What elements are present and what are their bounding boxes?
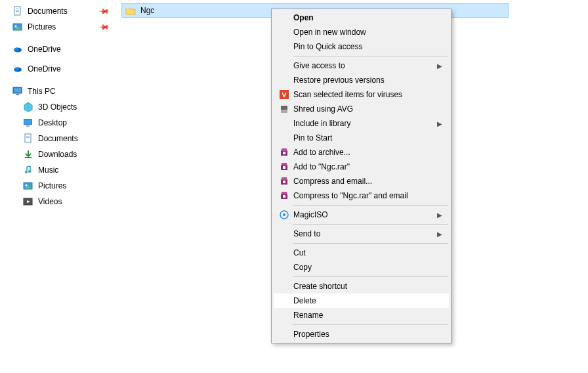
folder-name: Ngc <box>140 6 154 15</box>
sidebar-item-label: Desktop <box>38 118 67 127</box>
svg-point-10 <box>14 68 18 71</box>
svg-rect-13 <box>16 94 19 95</box>
desktop-icon <box>22 117 34 129</box>
svg-rect-21 <box>26 137 30 138</box>
sidebar-item-music[interactable]: Music <box>12 162 115 178</box>
svg-rect-18 <box>26 125 30 127</box>
winrar-icon <box>278 176 291 186</box>
videos-icon <box>22 196 34 208</box>
pin-icon: 📌 <box>97 20 110 33</box>
svg-rect-19 <box>25 134 31 143</box>
menu-separator <box>293 324 448 325</box>
pictures-icon <box>22 180 34 192</box>
menu-include-library[interactable]: Include in library ▶ <box>274 116 449 131</box>
sidebar-item-pictures[interactable]: Pictures <box>12 178 115 194</box>
menu-send-to[interactable]: Send to ▶ <box>274 227 449 241</box>
menu-separator <box>293 224 448 225</box>
sidebar-item-label: OneDrive <box>28 64 61 74</box>
sidebar-item-label: OneDrive <box>28 45 61 54</box>
sidebar-item-3dobjects[interactable]: 3D Objects <box>12 99 115 115</box>
svg-rect-42 <box>282 163 287 165</box>
context-menu: Open Open in new window Pin to Quick acc… <box>271 9 452 343</box>
menu-add-archive[interactable]: Add to archive... <box>274 145 449 160</box>
svg-rect-3 <box>16 11 19 12</box>
svg-point-23 <box>25 171 28 173</box>
sidebar-item-label: Videos <box>38 197 62 206</box>
menu-copy[interactable]: Copy <box>274 260 449 274</box>
sidebar-item-label: This PC <box>28 87 56 96</box>
submenu-arrow-icon: ▶ <box>437 211 442 219</box>
menu-add-ngc-rar[interactable]: Add to "Ngc.rar" <box>274 160 449 174</box>
downloads-icon <box>22 148 34 160</box>
sidebar-item-label: Pictures <box>28 22 56 32</box>
sidebar-item-label: Documents <box>38 134 78 143</box>
svg-rect-46 <box>283 181 285 183</box>
svg-rect-22 <box>25 157 32 158</box>
winrar-icon <box>278 190 291 201</box>
svg-rect-31 <box>280 90 289 99</box>
menu-pin-quick-access[interactable]: Pin to Quick access <box>274 39 449 54</box>
folder-icon <box>125 5 136 16</box>
pictures-icon <box>12 21 24 33</box>
navigation-pane: Documents 📌 Pictures 📌 OneDrive OneDrive… <box>0 0 115 373</box>
svg-point-26 <box>26 185 28 186</box>
svg-point-24 <box>28 170 31 173</box>
menu-magiciso[interactable]: MagicISO ▶ <box>274 208 449 222</box>
svg-point-5 <box>15 26 17 28</box>
menu-open[interactable]: Open <box>274 11 449 25</box>
music-icon <box>22 164 34 176</box>
sidebar-item-documents[interactable]: Documents 📌 <box>12 3 115 19</box>
menu-compress-email[interactable]: Compress and email... <box>274 174 449 188</box>
menu-scan-viruses[interactable]: Scan selected items for viruses <box>274 87 449 102</box>
menu-pin-start[interactable]: Pin to Start <box>274 131 449 145</box>
sidebar-item-onedrive[interactable]: OneDrive <box>12 61 115 77</box>
svg-rect-12 <box>14 88 21 93</box>
svg-rect-32 <box>281 106 287 110</box>
onedrive-icon <box>12 43 24 55</box>
sidebar-item-label: Pictures <box>38 181 66 190</box>
menu-rename[interactable]: Rename <box>274 308 449 322</box>
sidebar-item-label: Downloads <box>38 150 77 159</box>
svg-point-8 <box>14 48 18 51</box>
sidebar-item-thispc[interactable]: This PC <box>12 83 115 99</box>
svg-rect-48 <box>282 192 287 194</box>
menu-delete[interactable]: Delete <box>274 294 449 308</box>
winrar-icon <box>278 162 291 172</box>
menu-open-new-window[interactable]: Open in new window <box>274 25 449 39</box>
menu-properties[interactable]: Properties <box>274 327 449 341</box>
winrar-icon <box>278 147 291 158</box>
svg-rect-2 <box>16 10 19 11</box>
sidebar-item-onedrive[interactable]: OneDrive <box>12 41 115 57</box>
submenu-arrow-icon: ▶ <box>437 230 442 238</box>
sidebar-item-desktop[interactable]: Desktop <box>12 115 115 131</box>
svg-rect-45 <box>282 177 287 180</box>
menu-separator <box>293 243 448 244</box>
documents-icon <box>12 5 24 17</box>
3dobjects-icon <box>22 101 34 113</box>
magiciso-icon <box>278 209 291 220</box>
submenu-arrow-icon: ▶ <box>437 62 442 70</box>
menu-give-access-to[interactable]: Give access to ▶ <box>274 58 449 73</box>
submenu-arrow-icon: ▶ <box>437 120 442 127</box>
svg-rect-49 <box>283 195 285 198</box>
sidebar-item-pictures[interactable]: Pictures 📌 <box>12 19 115 35</box>
svg-rect-0 <box>14 7 20 15</box>
shred-icon <box>278 104 291 114</box>
pin-icon: 📌 <box>97 5 110 17</box>
thispc-icon <box>12 85 24 97</box>
menu-compress-ngc-email[interactable]: Compress to "Ngc.rar" and email <box>274 188 449 203</box>
sidebar-item-documents[interactable]: Documents <box>12 131 115 146</box>
menu-restore-previous[interactable]: Restore previous versions <box>274 73 449 87</box>
sidebar-item-label: Music <box>38 165 58 175</box>
svg-rect-30 <box>126 7 129 9</box>
menu-create-shortcut[interactable]: Create shortcut <box>274 279 449 294</box>
menu-cut[interactable]: Cut <box>274 246 449 260</box>
svg-rect-20 <box>26 136 30 137</box>
sidebar-item-videos[interactable]: Videos <box>12 194 115 209</box>
sidebar-item-downloads[interactable]: Downloads <box>12 146 115 162</box>
onedrive-icon <box>12 63 24 75</box>
menu-shred-avg[interactable]: Shred using AVG <box>274 102 449 116</box>
svg-rect-17 <box>24 120 32 124</box>
svg-rect-43 <box>283 166 285 169</box>
svg-rect-1 <box>16 9 19 9</box>
